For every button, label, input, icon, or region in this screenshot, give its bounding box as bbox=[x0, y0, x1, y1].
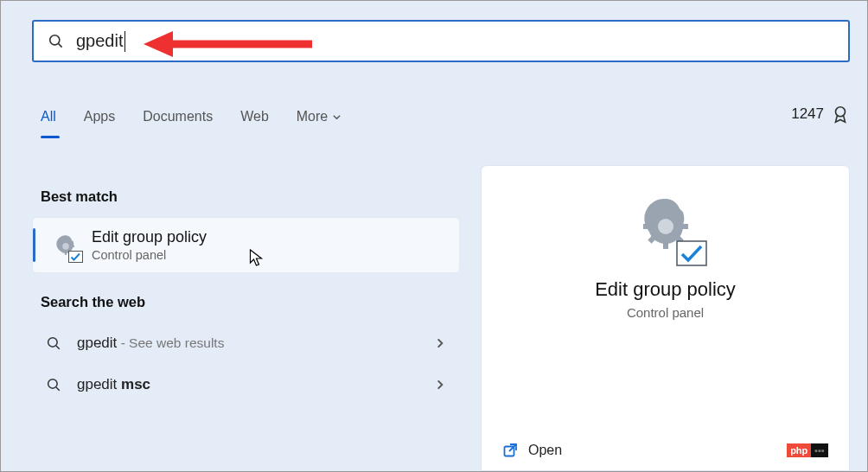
results-left-column: Best match Edit group policy Control pan… bbox=[32, 178, 460, 405]
best-match-subtitle: Control panel bbox=[92, 248, 207, 262]
best-match-title: Edit group policy bbox=[92, 228, 207, 246]
web-result-gpedit[interactable]: gpedit - See web results bbox=[32, 322, 460, 364]
svg-line-13 bbox=[56, 346, 60, 349]
svg-rect-19 bbox=[663, 241, 668, 249]
svg-point-17 bbox=[658, 219, 673, 234]
chevron-down-icon bbox=[332, 112, 341, 122]
svg-rect-21 bbox=[680, 224, 688, 229]
svg-line-15 bbox=[56, 387, 60, 391]
details-subtitle: Control panel bbox=[482, 305, 849, 320]
selection-indicator bbox=[33, 228, 35, 262]
cursor-icon bbox=[249, 249, 264, 268]
search-web-heading: Search the web bbox=[41, 294, 451, 310]
svg-point-4 bbox=[836, 107, 846, 117]
svg-line-1 bbox=[59, 44, 62, 48]
tab-apps[interactable]: Apps bbox=[84, 109, 115, 133]
search-icon bbox=[48, 33, 64, 49]
web-result-hint: - See web results bbox=[117, 335, 224, 350]
details-title: Edit group policy bbox=[482, 278, 849, 301]
chevron-right-icon bbox=[434, 379, 446, 391]
svg-rect-18 bbox=[663, 204, 668, 212]
best-match-result[interactable]: Edit group policy Control panel bbox=[32, 217, 460, 273]
web-result-term-pre: gpedit bbox=[77, 376, 121, 392]
best-match-heading: Best match bbox=[41, 188, 451, 205]
rewards-points: 1247 bbox=[791, 105, 824, 123]
check-overlay-icon bbox=[68, 251, 83, 263]
watermark: php▪▪▪ bbox=[787, 443, 828, 457]
rewards-counter[interactable]: 1247 bbox=[791, 105, 850, 124]
svg-rect-9 bbox=[57, 245, 61, 246]
svg-rect-7 bbox=[65, 238, 67, 241]
tab-documents[interactable]: Documents bbox=[143, 109, 213, 133]
rewards-badge-icon bbox=[831, 105, 850, 124]
svg-rect-10 bbox=[71, 245, 74, 246]
svg-line-28 bbox=[509, 444, 516, 451]
open-external-icon bbox=[502, 443, 518, 458]
tab-all[interactable]: All bbox=[41, 109, 56, 133]
chevron-right-icon bbox=[434, 337, 446, 349]
svg-rect-20 bbox=[643, 224, 651, 229]
group-policy-icon-large bbox=[629, 190, 702, 263]
svg-point-0 bbox=[50, 35, 60, 45]
web-result-term-bold: msc bbox=[121, 376, 150, 392]
search-query: gpedit bbox=[76, 31, 124, 51]
svg-rect-26 bbox=[677, 241, 706, 265]
check-overlay-icon bbox=[676, 240, 707, 266]
details-panel: Edit group policy Control panel Open php… bbox=[481, 165, 850, 471]
group-policy-icon bbox=[50, 230, 81, 261]
web-result-term: gpedit bbox=[77, 335, 117, 351]
active-tab-indicator bbox=[41, 136, 60, 138]
open-button[interactable]: Open bbox=[502, 443, 562, 458]
text-caret bbox=[124, 31, 125, 52]
annotation-arrow bbox=[144, 29, 312, 60]
svg-marker-3 bbox=[144, 31, 173, 57]
tab-web[interactable]: Web bbox=[240, 109, 269, 133]
svg-rect-8 bbox=[65, 252, 67, 255]
svg-point-6 bbox=[62, 243, 69, 250]
web-result-gpedit-msc[interactable]: gpedit msc bbox=[32, 364, 460, 405]
svg-point-14 bbox=[48, 380, 58, 389]
svg-point-12 bbox=[48, 338, 58, 348]
filter-tabs: All Apps Documents Web More bbox=[41, 109, 341, 133]
open-label: Open bbox=[528, 443, 562, 458]
search-icon bbox=[46, 335, 61, 351]
tab-more[interactable]: More bbox=[297, 109, 341, 133]
search-icon bbox=[46, 377, 61, 392]
